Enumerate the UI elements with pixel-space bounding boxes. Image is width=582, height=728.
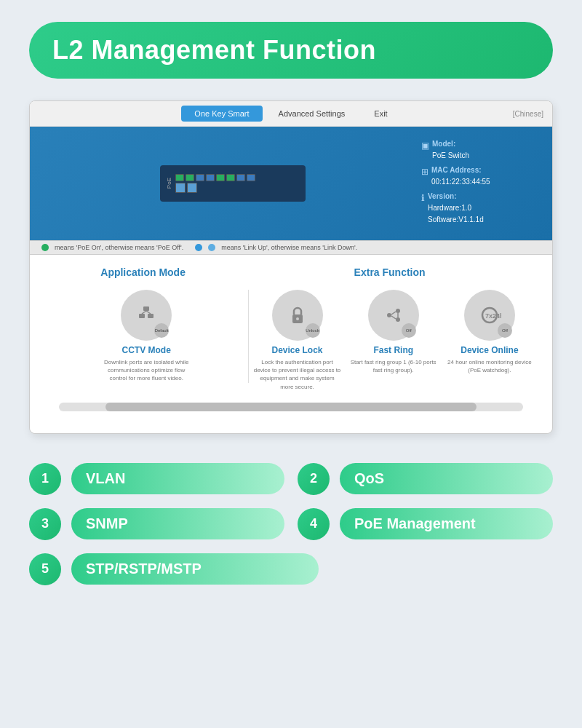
fast-ring-icon — [382, 304, 405, 327]
extra-functions: Unlock Device Lock Lock the authenticati… — [249, 290, 538, 391]
device-lock-status-badge: Unlock — [306, 323, 320, 338]
hardware-version: Hardware:1.0 — [428, 202, 484, 214]
software-version: Software:V1.1.1d — [428, 214, 484, 226]
port-6 — [226, 174, 235, 181]
feature-item-qos: 2 QoS — [298, 463, 553, 495]
scroll-bar[interactable] — [59, 403, 523, 411]
tab-one-key-smart[interactable]: One Key Smart — [181, 106, 262, 122]
fast-ring-title: Fast Ring — [373, 345, 413, 355]
device-image: PoE — [44, 165, 421, 202]
cctv-mode-desc: Downlink ports are isolated while commun… — [103, 358, 190, 383]
link-up-text: means 'Link Up', otherwise means 'Link D… — [221, 244, 357, 251]
feature-item-vlan: 1 VLAN — [29, 463, 284, 495]
feature-number-1: 1 — [29, 463, 61, 495]
feature-item-stp: 5 STP/RSTP/MSTP — [29, 553, 553, 585]
modes-section: Application Mode Extra Function Default — [30, 255, 552, 433]
tab-advanced-settings[interactable]: Advanced Settings — [266, 106, 359, 122]
version-row: ℹ Version: Hardware:1.0 Software:V1.1.1d — [421, 191, 538, 226]
lock-icon — [286, 304, 309, 327]
device-online-circle[interactable]: 7x24h Off — [464, 290, 515, 341]
tab-exit[interactable]: Exit — [361, 106, 400, 122]
poe-on-text: means 'PoE On', otherwise means 'PoE Off… — [55, 244, 183, 251]
device-lock-title: Device Lock — [271, 345, 322, 355]
feature-label-wrap-poe: PoE Management — [340, 508, 553, 539]
svg-line-10 — [391, 312, 396, 314]
port-5 — [216, 174, 225, 181]
model-label: Model: — [432, 138, 469, 150]
legend-bar: means 'PoE On', otherwise means 'PoE Off… — [30, 240, 552, 255]
svg-point-6 — [296, 317, 299, 320]
top-nav: One Key Smart Advanced Settings Exit [Ch… — [30, 101, 552, 127]
version-label: Version: — [428, 191, 484, 202]
feature-number-4: 4 — [298, 508, 330, 540]
model-row: ▣ Model: PoE Switch — [421, 138, 538, 162]
cctv-mode-title: CCTV Mode — [122, 345, 171, 355]
feature-label-poe: PoE Management — [354, 515, 476, 531]
device-lock-circle[interactable]: Unlock — [272, 290, 323, 341]
feature-label-wrap-snmp: SNMP — [71, 508, 284, 539]
feature-number-2: 2 — [298, 463, 330, 495]
device-info: ▣ Model: PoE Switch ⊞ MAC Address: 00:11… — [421, 138, 538, 229]
device-online-status-badge: Off — [498, 323, 512, 338]
svg-rect-1 — [139, 314, 145, 318]
feature-label-wrap-stp: STP/RSTP/MSTP — [71, 553, 319, 585]
mac-icon: ⊞ — [421, 165, 428, 179]
cctv-icon — [135, 304, 158, 327]
device-online-status-text: Off — [502, 328, 508, 333]
device-lock-status-text: Unlock — [306, 328, 319, 333]
svg-point-9 — [396, 317, 400, 322]
svg-line-4 — [146, 311, 151, 314]
model-value: PoE Switch — [432, 150, 469, 162]
port-2 — [186, 174, 194, 181]
version-icon: ℹ — [421, 191, 425, 205]
device-online-desc: 24 hour online monitoring device (PoE wa… — [446, 358, 533, 374]
port-uplink-2 — [187, 183, 197, 193]
feature-item-poe: 4 PoE Management — [298, 508, 553, 540]
modes-header: Application Mode Extra Function — [44, 266, 538, 278]
feature-label-wrap-qos: QoS — [340, 463, 553, 494]
fast-ring-desc: Start fast ring group 1 (6-10 ports fast… — [350, 358, 437, 374]
device-online-icon: 7x24h — [478, 304, 501, 327]
device-online-item: 7x24h Off Device Online 24 hour online m… — [442, 290, 538, 391]
switch-ports — [175, 174, 263, 193]
feature-label-vlan: VLAN — [86, 470, 125, 486]
svg-rect-0 — [143, 306, 149, 311]
svg-text:7x24h: 7x24h — [485, 312, 501, 320]
device-online-title: Device Online — [461, 345, 518, 355]
port-1 — [175, 174, 184, 181]
cctv-mode-status: Default — [154, 323, 169, 338]
extra-func-heading: Extra Function — [242, 266, 538, 278]
switch-diagram: PoE — [160, 165, 306, 202]
poe-on-dot — [41, 244, 49, 251]
port-4 — [206, 174, 215, 181]
feature-label-stp: STP/RSTP/MSTP — [86, 561, 202, 577]
link-up-dot — [195, 244, 202, 251]
ui-panel: One Key Smart Advanced Settings Exit [Ch… — [29, 100, 553, 434]
link-dot-2 — [208, 244, 215, 251]
fast-ring-status-badge: Off — [402, 323, 416, 338]
device-lock-item: Unlock Device Lock Lock the authenticati… — [249, 290, 345, 391]
page-title: L2 Management Function — [52, 35, 530, 66]
feature-label-qos: QoS — [354, 470, 384, 486]
language-link[interactable]: [Chinese] — [513, 110, 543, 118]
feature-label-wrap-vlan: VLAN — [71, 463, 284, 494]
feature-number-5: 5 — [29, 553, 61, 585]
mac-label: MAC Address: — [431, 165, 490, 176]
scroll-thumb — [105, 403, 477, 411]
mac-value: 00:11:22:33:44:55 — [431, 176, 490, 188]
svg-line-11 — [391, 316, 396, 319]
modes-grid: Default CCTV Mode Downlink ports are iso… — [44, 290, 538, 391]
svg-rect-2 — [148, 314, 154, 318]
header-banner: L2 Management Function — [29, 22, 553, 79]
features-grid: 1 VLAN 2 QoS 3 SNMP 4 PoE Management 5 S… — [29, 463, 553, 585]
switch-label: PoE — [166, 178, 172, 189]
svg-point-8 — [396, 309, 400, 313]
feature-label-snmp: SNMP — [86, 515, 128, 531]
cctv-mode-circle[interactable]: Default — [121, 290, 172, 341]
app-mode-heading: Application Mode — [44, 266, 242, 278]
fast-ring-item: Off Fast Ring Start fast ring group 1 (6… — [346, 290, 442, 391]
fast-ring-status-text: Off — [406, 328, 412, 333]
fast-ring-circle[interactable]: Off — [368, 290, 419, 341]
port-8 — [247, 174, 255, 181]
mac-row: ⊞ MAC Address: 00:11:22:33:44:55 — [421, 165, 538, 188]
